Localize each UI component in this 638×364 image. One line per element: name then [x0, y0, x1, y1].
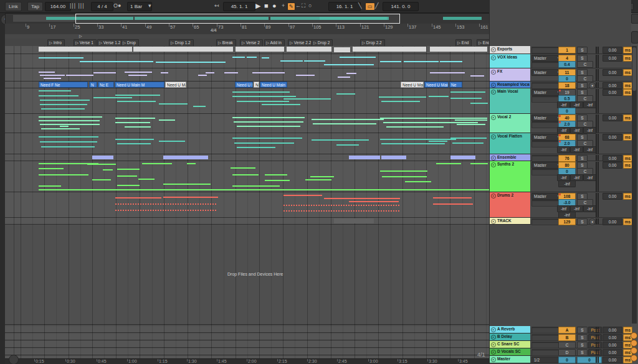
quantize-caret-icon[interactable]: ▾ — [148, 2, 151, 10]
clip[interactable] — [193, 106, 206, 107]
clip[interactable] — [440, 61, 462, 62]
clip[interactable] — [380, 118, 487, 119]
track-activator-icon[interactable]: ▸ — [491, 342, 496, 347]
clip[interactable] — [232, 96, 296, 97]
delay-ms-button[interactable]: ms — [623, 89, 632, 96]
clip[interactable] — [39, 116, 102, 118]
clip-ne[interactable]: Ne — [254, 82, 259, 88]
send-d-box[interactable]: -inf — [558, 180, 576, 187]
delay-ms-button[interactable]: ms — [623, 162, 632, 169]
play-button[interactable]: ▶ — [255, 2, 260, 10]
send-c-box[interactable]: -inf — [583, 146, 596, 153]
clip[interactable] — [336, 93, 355, 95]
clip[interactable] — [232, 185, 280, 187]
track-activator-icon[interactable]: ▸ — [491, 134, 496, 139]
record-button[interactable]: ● — [272, 2, 277, 10]
clip-n[interactable]: N — [89, 82, 97, 88]
clip[interactable] — [115, 139, 154, 140]
track-activator-icon[interactable]: ▸ — [491, 55, 496, 60]
return-dot-1[interactable] — [631, 340, 637, 347]
clip[interactable] — [159, 141, 185, 142]
clip[interactable] — [103, 169, 113, 170]
clip[interactable] — [262, 57, 269, 58]
clip[interactable] — [187, 163, 196, 164]
clip[interactable] — [206, 72, 214, 73]
clip[interactable] — [117, 175, 137, 177]
clip[interactable] — [382, 176, 427, 177]
track-name-cell[interactable]: ▸Exports — [490, 46, 530, 54]
clip[interactable] — [312, 119, 384, 120]
output-routing-select[interactable]: Master▾ — [531, 162, 561, 169]
track-activator-icon[interactable]: ▸ — [491, 115, 496, 120]
clip[interactable] — [39, 168, 64, 169]
track-name-cell[interactable]: ▸Main Vocal — [490, 88, 530, 113]
clip[interactable] — [296, 75, 315, 76]
clip[interactable] — [283, 205, 399, 206]
clip[interactable] — [353, 47, 426, 52]
crossfade-button[interactable]: C — [577, 61, 593, 68]
tempo-field[interactable]: 164.00 — [45, 2, 71, 11]
output-routing-select[interactable]: Master▾ — [531, 114, 561, 121]
clip[interactable] — [386, 126, 444, 128]
quantize-menu-icon[interactable]: O● — [113, 2, 121, 10]
clip-nc-e[interactable]: Nc E — [98, 82, 114, 88]
metronome-icon[interactable]: ||| ||| — [70, 2, 85, 10]
track-number-box[interactable]: 1 — [558, 47, 576, 54]
clip[interactable] — [115, 197, 161, 198]
clip[interactable] — [334, 218, 374, 223]
clip[interactable] — [247, 57, 257, 58]
track-name-cell[interactable]: ▸D Vocals SC — [490, 348, 530, 355]
browser-collapsed-strip[interactable] — [0, 13, 5, 364]
clip[interactable] — [237, 126, 300, 127]
clip[interactable] — [39, 90, 71, 91]
clip[interactable] — [236, 47, 284, 52]
output-routing-select[interactable]: Master▾ — [531, 193, 561, 200]
solo-button[interactable]: S — [577, 342, 588, 348]
clip[interactable] — [381, 143, 445, 144]
track-name-cell[interactable]: ▸Ensemble — [490, 154, 530, 161]
clip[interactable] — [283, 98, 331, 100]
clip[interactable] — [450, 91, 485, 93]
clip[interactable] — [159, 119, 175, 121]
clip-need-f-ne[interactable]: Need F Ne — [39, 82, 88, 88]
post-toggle[interactable]: Post — [588, 342, 602, 348]
clip[interactable] — [39, 95, 79, 96]
follow-button[interactable]: ↤ — [214, 2, 219, 10]
track-delay-field[interactable]: 0.00 — [602, 193, 622, 200]
overview-viewport-box[interactable] — [75, 14, 400, 24]
track-name-cell[interactable]: ▸Vocal 2 — [490, 114, 530, 133]
track-delay-field[interactable]: 0.00 — [602, 342, 622, 348]
clip[interactable] — [232, 117, 305, 118]
clip[interactable] — [39, 47, 132, 52]
loop-start-field[interactable]: 16. 1. 1 — [328, 2, 361, 11]
clip[interactable] — [237, 101, 289, 102]
clip[interactable] — [450, 138, 487, 139]
track-number-box[interactable]: 129 — [558, 218, 576, 225]
track-delay-field[interactable]: 0.00 — [602, 357, 622, 363]
clip[interactable] — [349, 156, 380, 159]
clip[interactable] — [231, 167, 255, 169]
clip[interactable] — [39, 185, 61, 187]
second-window-button[interactable]: ⛶ — [302, 2, 305, 10]
clip[interactable] — [304, 60, 325, 62]
return-dot-2[interactable] — [631, 347, 637, 354]
post-toggle[interactable]: Post — [588, 349, 602, 356]
clip[interactable] — [429, 141, 447, 142]
master-pan-box[interactable]: 0 — [558, 357, 576, 363]
time-ruler-bottom[interactable]: 0:150:300:451:001:151:301:452:002:152:30… — [5, 358, 489, 364]
clip[interactable] — [163, 156, 208, 159]
clip[interactable] — [433, 197, 472, 198]
clip[interactable] — [41, 128, 80, 129]
punch-out-icon[interactable]: ╱ — [375, 2, 378, 10]
track-activator-icon[interactable]: ▸ — [491, 162, 496, 167]
clip[interactable] — [234, 121, 303, 123]
track-delay-field[interactable]: 0.00 — [602, 134, 622, 141]
solo-button[interactable]: S — [577, 327, 588, 334]
stop-button[interactable]: ■ — [264, 2, 269, 10]
track-delay-field[interactable]: 0.00 — [602, 47, 622, 54]
track-delay-field[interactable]: 0.00 — [602, 349, 622, 356]
loop-length-field[interactable]: 141. 0. 0 — [383, 2, 419, 11]
delay-ms-button[interactable]: ms — [623, 218, 632, 225]
clip-need-u-main[interactable]: Need U Main — [424, 82, 449, 88]
clip[interactable] — [450, 156, 475, 159]
